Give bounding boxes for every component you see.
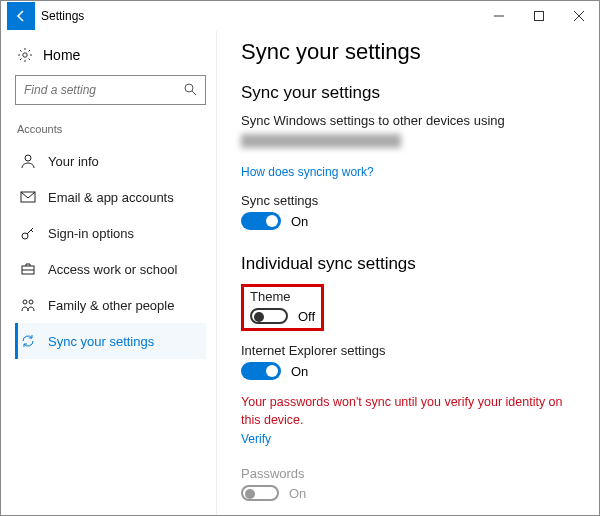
account-redacted bbox=[241, 134, 401, 148]
toggle-label: Passwords bbox=[241, 466, 575, 481]
svg-point-8 bbox=[29, 300, 33, 304]
email-icon bbox=[20, 189, 36, 205]
maximize-button[interactable] bbox=[519, 1, 559, 31]
svg-point-2 bbox=[185, 84, 193, 92]
sync-icon bbox=[20, 333, 36, 349]
toggle-state: On bbox=[291, 214, 308, 229]
toggle-block-ie: Internet Explorer settings On bbox=[241, 343, 575, 380]
search-input[interactable] bbox=[15, 75, 206, 105]
sidebar-item-signin-options[interactable]: Sign-in options bbox=[15, 215, 206, 251]
section-heading-sync: Sync your settings bbox=[241, 83, 575, 103]
ie-toggle[interactable] bbox=[241, 362, 281, 380]
passwords-toggle bbox=[241, 485, 279, 501]
page-title: Sync your settings bbox=[241, 39, 575, 65]
content-area[interactable]: Sync your settings Sync your settings Sy… bbox=[217, 31, 599, 515]
password-error: Your passwords won't sync until you veri… bbox=[241, 394, 575, 429]
svg-rect-0 bbox=[535, 12, 544, 21]
sidebar-item-label: Email & app accounts bbox=[48, 190, 174, 205]
sidebar: Home Accounts Your info Email & app acco… bbox=[1, 31, 217, 515]
theme-highlight: Theme Off bbox=[241, 284, 324, 331]
search-icon bbox=[183, 82, 197, 99]
sidebar-item-label: Sync your settings bbox=[48, 334, 154, 349]
sidebar-item-label: Access work or school bbox=[48, 262, 177, 277]
back-button[interactable] bbox=[7, 2, 35, 30]
svg-point-7 bbox=[23, 300, 27, 304]
svg-point-3 bbox=[25, 155, 31, 161]
toggle-block-passwords: Passwords On bbox=[241, 466, 575, 501]
search-field[interactable] bbox=[24, 83, 183, 97]
sync-settings-toggle[interactable] bbox=[241, 212, 281, 230]
sidebar-item-email-accounts[interactable]: Email & app accounts bbox=[15, 179, 206, 215]
family-icon bbox=[20, 297, 36, 313]
sidebar-item-label: Sign-in options bbox=[48, 226, 134, 241]
titlebar: Settings bbox=[1, 1, 599, 31]
home-button[interactable]: Home bbox=[17, 47, 206, 63]
sidebar-item-family[interactable]: Family & other people bbox=[15, 287, 206, 323]
sidebar-item-sync-settings[interactable]: Sync your settings bbox=[15, 323, 206, 359]
help-link[interactable]: How does syncing work? bbox=[241, 165, 374, 179]
home-label: Home bbox=[43, 47, 80, 63]
sidebar-item-your-info[interactable]: Your info bbox=[15, 143, 206, 179]
toggle-label: Internet Explorer settings bbox=[241, 343, 575, 358]
window-title: Settings bbox=[41, 9, 84, 23]
theme-toggle[interactable] bbox=[250, 308, 288, 324]
user-icon bbox=[20, 153, 36, 169]
gear-icon bbox=[17, 47, 33, 63]
key-icon bbox=[20, 225, 36, 241]
svg-point-1 bbox=[23, 53, 27, 57]
sync-desc: Sync Windows settings to other devices u… bbox=[241, 113, 575, 128]
verify-link[interactable]: Verify bbox=[241, 432, 271, 446]
toggle-state: Off bbox=[298, 309, 315, 324]
toggle-block-master: Sync settings On bbox=[241, 193, 575, 230]
toggle-state: On bbox=[291, 364, 308, 379]
section-heading-individual: Individual sync settings bbox=[241, 254, 575, 274]
toggle-label: Sync settings bbox=[241, 193, 575, 208]
sidebar-item-label: Your info bbox=[48, 154, 99, 169]
category-label: Accounts bbox=[17, 123, 206, 135]
minimize-button[interactable] bbox=[479, 1, 519, 31]
toggle-label: Theme bbox=[250, 289, 315, 304]
sidebar-item-work-school[interactable]: Access work or school bbox=[15, 251, 206, 287]
close-button[interactable] bbox=[559, 1, 599, 31]
sidebar-item-label: Family & other people bbox=[48, 298, 174, 313]
toggle-state: On bbox=[289, 486, 306, 501]
briefcase-icon bbox=[20, 261, 36, 277]
